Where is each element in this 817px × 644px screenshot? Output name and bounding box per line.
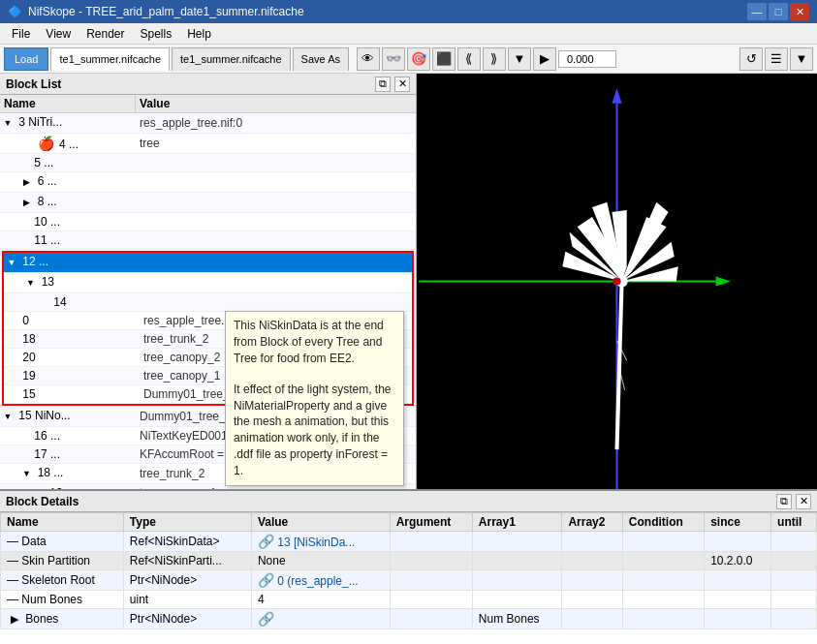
row-name: ▼ 15 NiNo... [0, 407, 136, 426]
detail-until [771, 532, 817, 552]
app-icon: 🔷 [8, 5, 22, 18]
row-value: tree [136, 135, 416, 152]
detail-array1 [472, 532, 562, 552]
minus-icon: — [7, 554, 18, 567]
minimize-button[interactable]: — [747, 3, 767, 20]
svg-point-19 [613, 277, 620, 285]
menu-render[interactable]: Render [79, 25, 132, 43]
tree-row[interactable]: 5 ... [0, 154, 416, 172]
detail-condition [622, 591, 704, 609]
detail-row[interactable]: — Num Bones uint 4 [1, 591, 817, 609]
detail-since: 10.2.0.0 [705, 552, 771, 570]
close-button[interactable]: ✕ [790, 3, 809, 20]
minus-icon: — [7, 573, 18, 587]
detail-array1 [472, 591, 562, 609]
render-btn-2[interactable]: 🎯 [407, 47, 430, 71]
col-array2-header: Array2 [562, 513, 622, 532]
expander-icon[interactable]: ▼ [0, 115, 16, 131]
row-name: 16 ... [0, 427, 136, 445]
arrow-down-btn[interactable]: ▼ [508, 47, 531, 71]
tree-column-headers: Name Value [0, 95, 416, 113]
col-name-header: Name [1, 513, 124, 532]
menubar: File View Render Spells Help [0, 23, 817, 45]
save-as-button[interactable]: Save As [293, 47, 349, 71]
tree-row-selected[interactable]: ▼ 12 ... [4, 253, 412, 273]
tree-row[interactable]: 11 ... [0, 231, 416, 250]
detail-name: — Skeleton Root [1, 570, 124, 591]
detail-row[interactable]: ▶ Bones Ptr<NiNode> 🔗 Num Bones [1, 609, 817, 629]
detail-array1 [472, 570, 562, 591]
row-value [136, 220, 416, 224]
load-button[interactable]: Load [4, 47, 48, 71]
tree-row[interactable]: ▶ 6 ... [0, 172, 416, 193]
row-name: 19 [4, 367, 140, 384]
expander-icon[interactable]: ▼ [18, 466, 34, 481]
detail-name: — Skin Partition [1, 552, 124, 570]
row-name: ▶ 8 ... [0, 193, 136, 212]
detail-row[interactable]: — Skeleton Root Ptr<NiNode> 🔗 0 (res_app… [1, 570, 817, 591]
expander-icon[interactable]: ▶ [18, 174, 34, 190]
minus-icon: — [7, 535, 18, 548]
play-btn[interactable]: ▶ [533, 47, 556, 71]
eye-icon-btn[interactable]: 👁 [357, 47, 380, 71]
tree-area[interactable]: Name Value ▼ 3 NiTri... res_apple_tree.n… [0, 95, 416, 489]
detail-since [705, 532, 771, 552]
refresh-btn[interactable]: ↺ [739, 47, 763, 71]
viewport-3d[interactable] [417, 74, 817, 489]
expander-icon[interactable]: ▶ [18, 195, 34, 210]
row-name: ▼ 13 [4, 273, 140, 292]
expander-icon[interactable]: ▼ [22, 275, 38, 291]
expander-icon[interactable]: ▼ [4, 255, 19, 270]
settings-btn[interactable]: ☰ [765, 47, 788, 71]
menu-file[interactable]: File [4, 25, 38, 43]
detail-row[interactable]: — Data Ref<NiSkinData> 🔗 13 [NiSkinDa... [1, 532, 817, 552]
detail-array1: Num Bones [472, 609, 562, 629]
tab-file-1[interactable]: te1_summer.nifcache [50, 47, 170, 71]
block-list-float-btn[interactable]: ⧉ [375, 77, 391, 92]
tree-row[interactable]: 🍎 4 ... tree [0, 134, 416, 154]
col-argument-header: Argument [390, 513, 472, 532]
row-name: 20 [4, 349, 140, 366]
arrow-left-btn[interactable]: ⟪ [457, 47, 481, 71]
block-details-controls: ⧉ ✕ [776, 494, 811, 509]
detail-type: Ref<NiSkinData> [123, 532, 251, 552]
info-text-1: This NiSkinData is at the end from Block… [234, 318, 395, 366]
menu-view[interactable]: View [38, 25, 79, 43]
tree-row[interactable]: ▶ 8 ... [0, 193, 416, 213]
render-btn-1[interactable]: 👓 [382, 47, 405, 71]
col-header-name: Name [0, 95, 136, 112]
detail-argument [390, 591, 472, 609]
dropdown-btn[interactable]: ▼ [790, 47, 813, 71]
detail-row[interactable]: — Skin Partition Ref<NiSkinParti... None… [1, 552, 817, 570]
detail-type: Ptr<NiNode> [123, 609, 251, 629]
detail-condition [622, 532, 704, 552]
tree-row[interactable]: 10 ... [0, 213, 416, 231]
menu-spells[interactable]: Spells [133, 25, 180, 43]
block-list-close-btn[interactable]: ✕ [394, 77, 410, 92]
detail-since [705, 591, 771, 609]
detail-name: — Data [1, 532, 124, 552]
row-value [140, 300, 412, 304]
row-value [136, 200, 416, 204]
row-name: 11 ... [0, 231, 136, 249]
info-text-2: It effect of the light system, the NiMat… [234, 382, 395, 479]
arrow-right-btn[interactable]: ⟫ [483, 47, 506, 71]
detail-array2 [562, 591, 622, 609]
details-table-container[interactable]: Name Type Value Argument Array1 Array2 C… [0, 512, 817, 644]
block-details-close-btn[interactable]: ✕ [796, 494, 811, 509]
detail-argument [390, 570, 472, 591]
tree-item-icon: 🍎 [38, 136, 54, 151]
maximize-button[interactable]: □ [769, 3, 788, 20]
tab-file-2[interactable]: te1_summer.nifcache [172, 47, 291, 71]
render-btn-3[interactable]: ⬛ [432, 47, 456, 71]
detail-since [705, 570, 771, 591]
block-details-float-btn[interactable]: ⧉ [776, 494, 792, 509]
detail-value: None [251, 552, 390, 570]
tree-row[interactable]: ▼ 13 [4, 273, 412, 293]
row-name: ▼ 12 ... [4, 253, 140, 272]
tree-row[interactable]: 14 [4, 293, 412, 312]
expand-icon[interactable]: ▶ [7, 611, 22, 627]
expander-icon[interactable]: ▼ [0, 409, 16, 424]
tree-row[interactable]: ▼ 3 NiTri... res_apple_tree.nif:0 [0, 113, 416, 134]
menu-help[interactable]: Help [179, 25, 219, 43]
